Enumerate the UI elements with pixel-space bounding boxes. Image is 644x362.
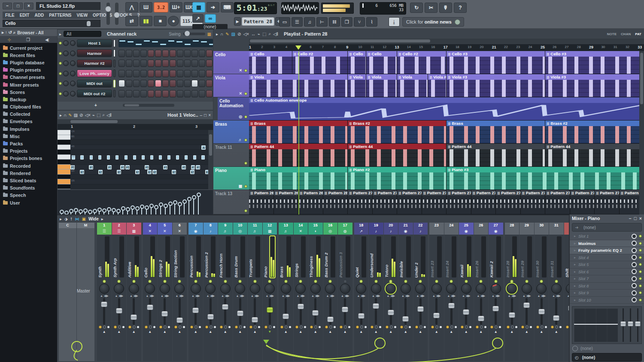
channel-button[interactable]: MIDI out (77, 80, 112, 87)
strip-route-arrow[interactable]: ▲ (294, 330, 308, 334)
strip-fader-cap[interactable] (147, 305, 153, 310)
clock-toggle[interactable] (390, 326, 393, 329)
strip-led[interactable] (450, 280, 453, 283)
strip-fader[interactable] (210, 298, 212, 325)
eq-graph[interactable] (574, 308, 618, 342)
effect-slot-slot-10[interactable]: ▸Slot 10 (570, 297, 644, 304)
step-cell[interactable] (118, 70, 125, 77)
record-toggle[interactable] (99, 326, 102, 329)
brush-icon[interactable]: ▨ (74, 113, 78, 118)
strip-route-arrow[interactable]: ▲ (459, 330, 474, 334)
strip-arrows[interactable]: ▲ ◀▶ (158, 294, 172, 297)
step-cell[interactable] (184, 60, 191, 67)
step-cell[interactable] (140, 70, 147, 77)
playlist-timeline[interactable]: 1234567891011121314151617181920212223242… (249, 44, 644, 51)
channel-pan-knob[interactable] (63, 40, 69, 46)
strip-led[interactable] (148, 280, 152, 283)
eq-mid-fader[interactable] (628, 308, 633, 342)
piano-note[interactable]: A5 (201, 145, 206, 150)
track-header[interactable]: Track 11 (213, 144, 249, 167)
effect-slot-slot-4[interactable]: ▸Slot 4 (570, 254, 644, 262)
effect-slot-slot-1[interactable]: ▸Slot 1 (570, 233, 644, 240)
enable-dot[interactable] (243, 326, 246, 328)
step-cell[interactable] (206, 80, 213, 87)
record-toggle[interactable] (371, 326, 374, 329)
undo-icon[interactable]: ↻ (410, 3, 423, 13)
strip-route-arrow[interactable]: ▲ (369, 330, 383, 334)
strip-fader-cap[interactable] (116, 308, 122, 314)
clock-toggle[interactable] (375, 326, 378, 329)
enable-dot[interactable] (455, 326, 457, 328)
piano-note[interactable]: E5 (98, 170, 103, 174)
step-cell[interactable] (155, 60, 161, 67)
record-toggle[interactable] (220, 326, 223, 329)
browser-item-user[interactable]: User (0, 199, 57, 206)
pl-preview-icon[interactable]: ◁‖ (273, 32, 278, 36)
browser-item-sliced-beats[interactable]: Sliced beats (0, 177, 57, 184)
channel-selector[interactable] (113, 49, 115, 57)
record-toggle[interactable] (235, 326, 238, 329)
strip-pan-knob[interactable] (491, 284, 501, 294)
browser-item-collected[interactable]: Collected (0, 111, 57, 118)
channel-pan-knob[interactable] (63, 71, 69, 76)
step-cell[interactable] (199, 90, 205, 97)
mixer-strip-percussion-3[interactable]: 17◍Percussion 3▲ ◀▶▲ (338, 223, 352, 361)
channel-selector[interactable] (113, 80, 115, 87)
clock-toggle[interactable] (254, 326, 257, 329)
piano-note[interactable]: F5 (163, 165, 167, 169)
step-cell[interactable] (118, 60, 125, 67)
strip-fader[interactable] (103, 298, 105, 325)
track-lane[interactable]: PianoPiano #2Piano #3 (249, 167, 644, 190)
clip-pattern-44[interactable]: Pattern 44 (348, 144, 447, 166)
strip-led[interactable] (268, 280, 271, 283)
piano-note[interactable] (185, 155, 188, 160)
browser-nav-icons[interactable]: ▸ ↑ ↺ ⌕ (2, 30, 15, 35)
clock-toggle[interactable] (164, 326, 167, 329)
mixer-menu-arrow[interactable]: ▸ (60, 217, 62, 221)
strip-led[interactable] (404, 280, 407, 283)
strip-route-arrow[interactable]: ▲ (535, 330, 549, 334)
record-toggle[interactable] (114, 326, 117, 329)
track-led[interactable] (244, 185, 247, 188)
pl-select-icon[interactable]: ⬚ (262, 32, 266, 36)
channel-selector[interactable] (113, 39, 115, 47)
slot-enable-led[interactable] (639, 277, 642, 280)
strip-arrows[interactable]: ▲ ◀▶ (308, 294, 323, 297)
strip-fader[interactable] (526, 298, 528, 325)
mixer-strip-totoro[interactable]: 20♪Totoro▲ ◀▶▲ (384, 223, 398, 361)
step-cell[interactable] (162, 60, 169, 67)
rack-filter-selector[interactable]: All (64, 31, 101, 37)
step-cell[interactable] (162, 90, 169, 97)
strip-route-arrow[interactable]: ▲ (323, 330, 338, 334)
strip-pan-knob[interactable] (551, 284, 562, 294)
mixer-strip-percussion-2[interactable]: 8♪Percussion 2▲ ◀▶▲ (204, 223, 218, 361)
step-cell[interactable] (126, 90, 132, 97)
mixer-layout-selector[interactable]: Wide (88, 217, 99, 221)
effect-slot-fruity-parametric-eq-2[interactable]: ▸Fruity parametric EQ 2 (570, 247, 644, 254)
close-button[interactable]: × (24, 3, 33, 9)
clip-cello-3[interactable]: Cello #3 (545, 51, 644, 74)
strip-fader[interactable] (269, 298, 271, 325)
strip-arrows[interactable]: ▲ ◀▶ (112, 294, 127, 297)
clip-viola[interactable]: Viola (366, 74, 397, 97)
slot-mix-knob[interactable] (632, 255, 637, 260)
strip-route-arrow[interactable]: ▼ (263, 330, 277, 334)
menu-file[interactable]: FILE (3, 13, 17, 18)
record-button[interactable]: ● (168, 16, 179, 26)
mixer-strip-bass-drum[interactable]: 10◎Bass Drum▲ ◀▶▲ (233, 223, 248, 361)
record-toggle[interactable] (190, 326, 193, 329)
velocity-marker[interactable] (170, 204, 170, 215)
piano-note[interactable] (107, 155, 110, 160)
strip-pan-knob[interactable] (386, 284, 396, 294)
download-icon[interactable]: ⭳ (389, 17, 400, 27)
clock-toggle[interactable] (480, 326, 483, 329)
mixer-detached-icon[interactable]: ⬗ (64, 217, 68, 221)
strip-led[interactable] (209, 280, 212, 283)
strip-route-arrow[interactable]: ▲ (248, 330, 262, 334)
channel-volume-knob[interactable] (70, 81, 76, 86)
strip-arrows[interactable]: ▲ ◀▶ (429, 294, 444, 297)
step-cell[interactable] (177, 70, 183, 77)
step-cell[interactable] (170, 80, 176, 87)
maximize-button[interactable]: □ (13, 3, 23, 9)
clip-cello[interactable]: Cello (348, 51, 366, 74)
